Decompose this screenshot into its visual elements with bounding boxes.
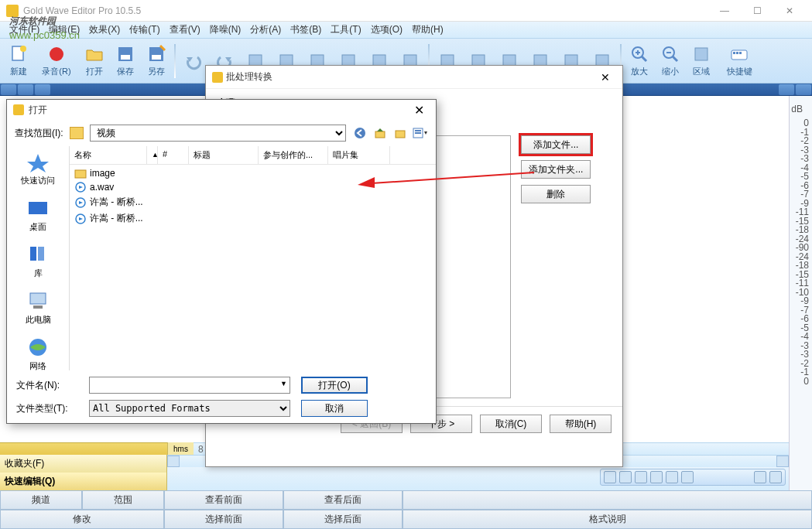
zoom-tool-button[interactable] bbox=[754, 471, 766, 483]
scroll-right[interactable] bbox=[776, 456, 789, 467]
toolbar-new[interactable]: 新建 bbox=[3, 40, 34, 82]
toolbar-zoomin[interactable]: 放大 bbox=[624, 40, 655, 82]
sub-tool-2[interactable] bbox=[18, 84, 33, 95]
column-header[interactable]: 名称 bbox=[70, 146, 147, 164]
sub-tool-3[interactable] bbox=[35, 84, 50, 95]
sidebar-快速访问[interactable]: 快速访问 bbox=[21, 151, 55, 186]
tab-favorites[interactable]: 收藏夹(F) bbox=[0, 455, 167, 473]
svg-rect-34 bbox=[375, 131, 385, 138]
toolbar-save[interactable]: 保存 bbox=[110, 40, 141, 82]
toolbar-open[interactable]: 打开 bbox=[79, 40, 110, 82]
db-tick: -4 bbox=[790, 331, 812, 340]
svg-line-24 bbox=[673, 56, 677, 61]
column-header[interactable]: 唱片集 bbox=[328, 146, 390, 164]
add-folder-button[interactable]: 添加文件夹... bbox=[521, 160, 591, 179]
sidebar-库[interactable]: 库 bbox=[26, 244, 50, 279]
svg-rect-29 bbox=[736, 52, 738, 54]
svg-point-2 bbox=[50, 47, 63, 61]
play-button[interactable] bbox=[604, 471, 616, 483]
sidebar-桌面[interactable]: 桌面 bbox=[26, 197, 50, 233]
svg-rect-40 bbox=[30, 247, 36, 261]
menu-9[interactable]: 选项(O) bbox=[366, 22, 407, 38]
svg-rect-42 bbox=[30, 293, 46, 304]
filename-input[interactable] bbox=[89, 377, 290, 394]
db-tick: -6 bbox=[790, 313, 812, 323]
file-row[interactable]: 许嵩 - 断桥... bbox=[70, 194, 436, 210]
sidebar-label: 桌面 bbox=[29, 221, 46, 233]
add-file-button[interactable]: 添加文件... bbox=[521, 135, 591, 154]
sidebar-此电脑[interactable]: 此电脑 bbox=[26, 290, 51, 326]
scroll-left[interactable] bbox=[167, 456, 180, 467]
toolbar-record[interactable]: 录音(R) bbox=[34, 40, 79, 82]
title-bar: Gold Wave Editor Pro 10.5.5 — ☐ ✕ bbox=[0, 0, 812, 22]
menu-bar: 文件(F)编辑(E)效果(X)传输(T)查看(V)降噪(N)分析(A)书签(B)… bbox=[0, 22, 812, 39]
open-close-button[interactable]: ✕ bbox=[408, 103, 430, 118]
menu-0[interactable]: 文件(F) bbox=[5, 22, 44, 38]
stop-button[interactable] bbox=[635, 471, 647, 483]
minimize-button[interactable]: — bbox=[708, 1, 741, 21]
menu-5[interactable]: 降噪(N) bbox=[205, 22, 246, 38]
open-button[interactable]: 打开(O) bbox=[301, 377, 368, 394]
db-tick: -18 bbox=[790, 224, 812, 234]
sidebar-网络[interactable]: 网络 bbox=[26, 336, 50, 372]
sub-tool-r2[interactable] bbox=[796, 84, 811, 95]
open-dialog: 打开 ✕ 查找范围(I): 视频 快速访问桌面库此电脑网络 名称▲#标题参与创作… bbox=[6, 99, 437, 424]
svg-rect-28 bbox=[733, 52, 735, 54]
file-name: a.wav bbox=[90, 182, 114, 193]
file-name: 许嵩 - 断桥... bbox=[90, 212, 143, 225]
toolbar-zoomout[interactable]: 缩小 bbox=[655, 40, 686, 82]
sidebar-icon bbox=[26, 151, 50, 172]
pause-button[interactable] bbox=[619, 471, 632, 483]
cancel-button[interactable]: 取消(C) bbox=[480, 415, 542, 433]
column-header[interactable]: 标题 bbox=[189, 146, 259, 164]
filetype-select[interactable]: All Supported Formats bbox=[89, 400, 290, 417]
filename-dropdown-icon[interactable]: ▼ bbox=[280, 380, 287, 387]
open-cancel-button[interactable]: 取消 bbox=[301, 400, 368, 417]
db-tick: -10 bbox=[790, 287, 812, 296]
open-dialog-title: 打开 bbox=[29, 104, 408, 117]
menu-6[interactable]: 分析(A) bbox=[245, 22, 286, 38]
up-icon[interactable] bbox=[372, 125, 388, 141]
tab-quick-edit[interactable]: 快速编辑(Q) bbox=[0, 473, 167, 490]
sub-tool-r1[interactable] bbox=[779, 84, 794, 95]
menu-8[interactable]: 工具(T) bbox=[326, 22, 365, 38]
db-tick: -11 bbox=[790, 206, 812, 216]
forward-button[interactable] bbox=[666, 471, 678, 483]
rewind-button[interactable] bbox=[650, 471, 663, 483]
back-icon[interactable] bbox=[352, 125, 368, 141]
sub-tool-1[interactable] bbox=[1, 84, 16, 95]
file-row[interactable]: 许嵩 - 断桥... bbox=[70, 210, 436, 227]
batch-close-button[interactable]: ✕ bbox=[594, 71, 616, 84]
delete-button[interactable]: 删除 bbox=[521, 185, 591, 203]
menu-4[interactable]: 查看(V) bbox=[165, 22, 205, 38]
toolbar-keys[interactable]: 快捷键 bbox=[717, 40, 762, 82]
db-tick: -2 bbox=[790, 358, 812, 367]
menu-3[interactable]: 传输(T) bbox=[125, 22, 164, 38]
lookin-select[interactable]: 视频 bbox=[90, 125, 346, 142]
help-button[interactable]: 帮助(H) bbox=[550, 415, 612, 433]
toolbar-zoomsel[interactable]: 区域 bbox=[686, 40, 717, 82]
hand-tool-button[interactable] bbox=[769, 471, 782, 483]
menu-7[interactable]: 书签(B) bbox=[286, 22, 326, 38]
db-tick: -3 bbox=[790, 340, 812, 350]
menu-1[interactable]: 编辑(E) bbox=[44, 22, 84, 38]
menu-2[interactable]: 效果(X) bbox=[84, 22, 125, 38]
view-menu-icon[interactable] bbox=[413, 125, 428, 141]
maximize-button[interactable]: ☐ bbox=[741, 1, 773, 21]
toolbar-saveas[interactable]: 另存 bbox=[141, 40, 172, 82]
column-header[interactable]: # bbox=[158, 146, 189, 164]
close-button[interactable]: ✕ bbox=[773, 1, 806, 21]
new-icon bbox=[9, 44, 29, 64]
menu-10[interactable]: 帮助(H) bbox=[407, 22, 448, 38]
toolbar-undo[interactable] bbox=[178, 40, 209, 82]
loop-button[interactable] bbox=[681, 471, 694, 483]
svg-rect-41 bbox=[38, 247, 44, 261]
new-folder-icon[interactable] bbox=[392, 125, 408, 141]
zoomsel-icon bbox=[691, 44, 711, 64]
status-cell: 范围 bbox=[82, 490, 164, 510]
folder-icon bbox=[70, 127, 84, 139]
file-row[interactable]: image bbox=[70, 166, 436, 180]
toolbar-label: 保存 bbox=[117, 66, 134, 77]
column-header[interactable]: 参与创作的... bbox=[259, 146, 328, 164]
file-row[interactable]: a.wav bbox=[70, 180, 436, 194]
